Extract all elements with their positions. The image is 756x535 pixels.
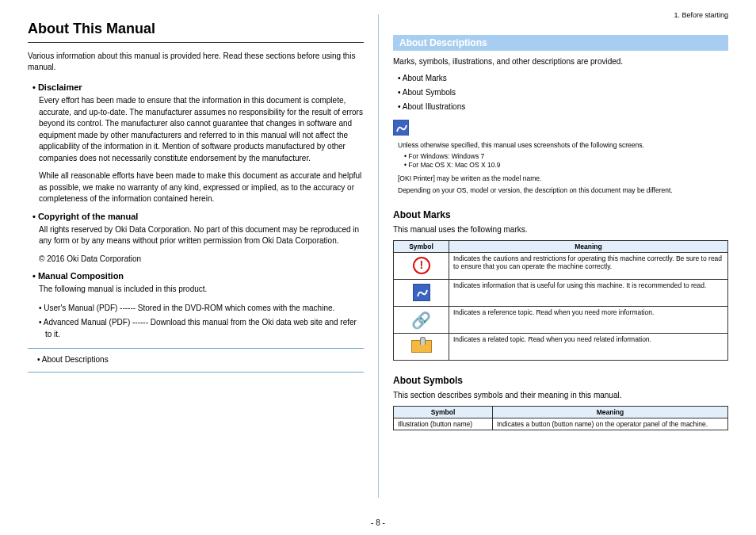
table-row: Illustration (button name) Indicates a b… bbox=[394, 418, 728, 430]
symbol-cell: Illustration (button name) bbox=[394, 418, 493, 430]
toc-link[interactable]: About Marks bbox=[404, 72, 728, 84]
meaning-cell: Indicates a related topic. Read when you… bbox=[449, 334, 728, 361]
table-row: Indicates a related topic. Read when you… bbox=[394, 334, 728, 361]
composition-heading: Manual Composition bbox=[32, 271, 364, 281]
section-banner: About Descriptions bbox=[393, 35, 728, 51]
about-marks-intro: This manual uses the following marks. bbox=[393, 225, 728, 234]
table-row: Indicates the cautions and restrictions … bbox=[394, 253, 728, 280]
page-title: About This Manual bbox=[28, 21, 364, 37]
divider bbox=[28, 348, 364, 349]
toc-link[interactable]: About Illustrations bbox=[404, 101, 728, 113]
disclaimer-heading: Disclaimer bbox=[32, 82, 364, 92]
about-symbols-heading: About Symbols bbox=[393, 375, 728, 386]
about-symbols-intro: This section describes symbols and their… bbox=[393, 391, 728, 399]
disclaimer-p2: While all reasonable efforts have been m… bbox=[39, 170, 364, 205]
th-meaning: Meaning bbox=[449, 241, 728, 253]
page-columns: About This Manual Various information ab… bbox=[28, 14, 728, 498]
copyright-p1: All rights reserved by Oki Data Corporat… bbox=[39, 224, 364, 247]
left-column: About This Manual Various information ab… bbox=[28, 14, 378, 498]
symbols-table: Symbol Meaning Illustration (button name… bbox=[393, 406, 728, 430]
page-number: - 8 - bbox=[0, 518, 756, 527]
memo-icon bbox=[393, 120, 409, 136]
note-bullet: For Mac OS X: Mac OS X 10.9 bbox=[404, 161, 728, 169]
composition-item: Advanced Manual (PDF) ------ Download th… bbox=[45, 316, 364, 340]
note-text: Unless otherwise specified, this manual … bbox=[398, 140, 728, 151]
meaning-cell: Indicates the cautions and restrictions … bbox=[449, 253, 728, 280]
note-text: Depending on your OS, model or version, … bbox=[398, 185, 728, 196]
table-row: Indicates information that is useful for… bbox=[394, 280, 728, 307]
th-meaning: Meaning bbox=[493, 407, 728, 418]
toc-link[interactable]: About Descriptions bbox=[37, 355, 364, 364]
copyright-heading: Copyright of the manual bbox=[32, 212, 364, 221]
title-rule bbox=[28, 42, 364, 43]
intro-text: Various information about this manual is… bbox=[28, 51, 364, 73]
related-icon bbox=[411, 340, 432, 353]
th-symbol: Symbol bbox=[394, 407, 493, 418]
reference-icon: 🔗 bbox=[411, 311, 431, 329]
about-marks-heading: About Marks bbox=[393, 209, 728, 220]
composition-intro: The following manual is included in this… bbox=[39, 284, 364, 296]
meaning-cell: Indicates a reference topic. Read when y… bbox=[449, 307, 728, 334]
table-row: 🔗 Indicates a reference topic. Read when… bbox=[394, 307, 728, 334]
toc-link[interactable]: About Symbols bbox=[404, 86, 728, 98]
section-intro: Marks, symbols, illustrations, and other… bbox=[393, 57, 728, 66]
composition-item: User's Manual (PDF) ------ Stored in the… bbox=[45, 302, 364, 314]
caution-icon bbox=[413, 257, 430, 274]
memo-icon bbox=[413, 284, 430, 301]
meaning-cell: Indicates a button (button name) on the … bbox=[493, 418, 728, 430]
right-column: About Descriptions Marks, symbols, illus… bbox=[378, 14, 728, 498]
disclaimer-p1: Every effort has been made to ensure tha… bbox=[39, 95, 364, 164]
breadcrumb: 1. Before starting bbox=[674, 11, 728, 19]
divider bbox=[28, 372, 364, 373]
note-text: [OKI Printer] may be written as the mode… bbox=[398, 174, 728, 184]
th-symbol: Symbol bbox=[394, 241, 449, 253]
meaning-cell: Indicates information that is useful for… bbox=[449, 280, 728, 307]
copyright-p2: © 2016 Oki Data Corporation bbox=[39, 254, 364, 266]
marks-table: Symbol Meaning Indicates the cautions an… bbox=[393, 240, 728, 361]
note-bullet: For Windows: Windows 7 bbox=[404, 152, 728, 160]
